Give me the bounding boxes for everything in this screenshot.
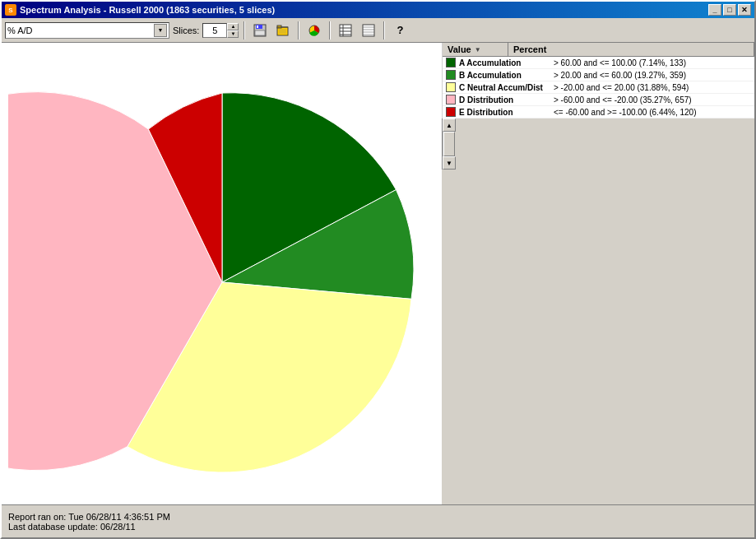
legend-range-d: > -60.00 and <= -20.00 (35.27%, 657) — [554, 95, 751, 105]
legend-label-b: B Accumulation — [459, 71, 554, 80]
sort-icon[interactable]: ▼ — [475, 46, 481, 53]
pie-chart — [8, 60, 436, 488]
open-button[interactable] — [273, 21, 293, 39]
content-area: Value ▼ Percent A Accumulation> 60.00 an… — [2, 43, 754, 504]
legend-item-d[interactable]: D Distribution> -60.00 and <= -20.00 (35… — [443, 94, 754, 106]
legend-item-e[interactable]: E Distribution<= -60.00 and >= -100.00 (… — [443, 106, 754, 118]
legend-color-b — [446, 70, 456, 80]
status-line-2: Last database update: 06/28/11 — [8, 522, 748, 532]
legend-item-b[interactable]: B Accumulation> 20.00 and <= 60.00 (19.2… — [443, 69, 754, 81]
dropdown-value: % A/D — [7, 26, 33, 35]
app-icon: S — [5, 4, 16, 16]
legend-area: Value ▼ Percent A Accumulation> 60.00 an… — [442, 43, 754, 118]
list-view-button[interactable] — [359, 21, 378, 39]
legend-header: Value ▼ Percent — [443, 43, 754, 57]
main-window: S Spectrum Analysis - Russell 2000 (1863… — [0, 0, 756, 539]
legend-range-c: > -20.00 and <= 20.00 (31.88%, 594) — [554, 83, 751, 92]
legend-item-c[interactable]: C Neutral Accum/Dist> -20.00 and <= 20.0… — [443, 81, 754, 94]
legend-label-a: A Accumulation — [459, 58, 554, 67]
legend-color-d — [446, 95, 456, 105]
help-button[interactable]: ? — [390, 21, 410, 39]
legend-color-c — [446, 82, 456, 92]
slices-label: Slices: — [173, 26, 199, 35]
list-icon — [362, 24, 375, 37]
svg-rect-3 — [255, 30, 265, 35]
legend-color-e — [446, 107, 456, 117]
toolbar-separator-3 — [329, 21, 331, 39]
legend-value-header: Value ▼ — [443, 43, 508, 56]
table-view-button[interactable] — [336, 21, 355, 39]
legend-color-a — [446, 58, 456, 67]
title-bar: S Spectrum Analysis - Russell 2000 (1863… — [2, 2, 754, 18]
status-line-1: Report ran on: Tue 06/28/11 4:36:51 PM — [8, 512, 748, 522]
scroll-up-button[interactable]: ▲ — [443, 118, 456, 132]
minimize-button[interactable]: _ — [708, 4, 721, 16]
help-icon: ? — [397, 24, 403, 36]
close-button[interactable]: ✕ — [738, 4, 751, 16]
scroll-down-button[interactable]: ▼ — [443, 156, 456, 170]
maximize-button[interactable]: □ — [723, 4, 736, 16]
scroll-track[interactable] — [443, 132, 455, 156]
spinner-up-button[interactable]: ▲ — [227, 23, 239, 30]
legend-item-a[interactable]: A Accumulation> 60.00 and <= 100.00 (7.1… — [443, 57, 754, 69]
legend-label-c: C Neutral Accum/Dist — [459, 83, 554, 92]
toolbar: % A/D ▼ Slices: 5 ▲ ▼ — [2, 18, 754, 43]
toolbar-separator — [243, 21, 245, 39]
legend-label-d: D Distribution — [459, 95, 554, 105]
spinner-down-button[interactable]: ▼ — [227, 30, 239, 38]
save-button[interactable] — [250, 21, 270, 39]
slices-spinner[interactable]: 5 ▲ ▼ — [202, 23, 239, 38]
right-panel: Value ▼ Percent A Accumulation> 60.00 an… — [442, 43, 754, 504]
pie-chart-button[interactable] — [304, 21, 324, 39]
legend-percent-header: Percent — [508, 43, 754, 56]
legend-label-e: E Distribution — [459, 108, 554, 117]
slices-input[interactable]: 5 — [202, 23, 227, 38]
pie-chart-icon — [308, 24, 321, 37]
open-icon — [276, 24, 290, 37]
dropdown-arrow-icon[interactable]: ▼ — [154, 24, 167, 37]
legend-range-b: > 20.00 and <= 60.00 (19.27%, 359) — [554, 71, 751, 80]
svg-rect-2 — [257, 26, 258, 28]
pie-svg — [8, 60, 436, 488]
scroll-thumb[interactable] — [443, 132, 455, 156]
legend-items: A Accumulation> 60.00 and <= 100.00 (7.1… — [443, 57, 754, 118]
status-bar: Report ran on: Tue 06/28/11 4:36:51 PM L… — [2, 504, 754, 537]
legend-range-a: > 60.00 and <= 100.00 (7.14%, 133) — [554, 58, 751, 67]
toolbar-separator-2 — [298, 21, 299, 39]
chart-area — [2, 43, 442, 504]
toolbar-separator-4 — [383, 21, 385, 39]
vertical-scrollbar[interactable]: ▲ ▼ — [442, 118, 455, 170]
legend-range-e: <= -60.00 and >= -100.00 (6.44%, 120) — [554, 108, 751, 117]
save-icon — [253, 24, 267, 37]
window-title: Spectrum Analysis - Russell 2000 (1863 s… — [20, 5, 275, 15]
table-icon — [339, 24, 352, 37]
analysis-dropdown[interactable]: % A/D ▼ — [5, 22, 169, 39]
